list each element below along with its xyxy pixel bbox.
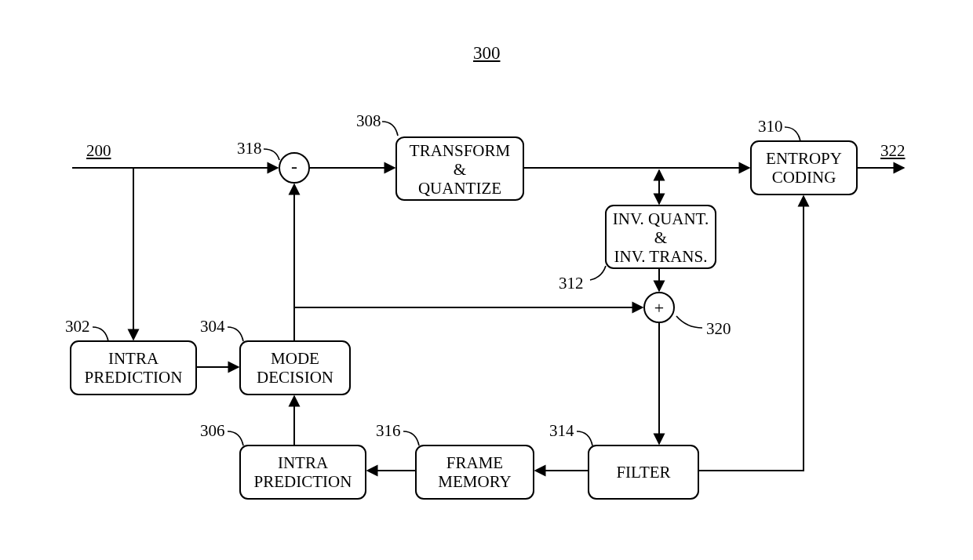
label-mode-decision: MODE DECISION [240, 349, 350, 387]
leader-318 [264, 149, 279, 160]
label-inv-quant-trans: INV. QUANT. & INV. TRANS. [606, 209, 716, 266]
leader-312 [590, 266, 606, 280]
ref-306: 306 [200, 421, 225, 441]
sign-subtract: - [282, 156, 306, 178]
leader-314 [577, 431, 592, 445]
ref-output: 322 [880, 141, 906, 161]
ref-312: 312 [559, 274, 584, 293]
leader-320 [676, 316, 702, 328]
ref-input: 200 [86, 141, 111, 161]
leader-302 [93, 327, 108, 341]
ref-316: 316 [376, 421, 401, 441]
leader-310 [785, 127, 800, 141]
figure-number: 300 [473, 43, 501, 64]
ref-318: 318 [237, 139, 262, 158]
leader-316 [403, 431, 419, 445]
label-entropy-coding: ENTROPY CODING [751, 149, 857, 187]
leader-308 [382, 122, 398, 136]
label-intra-prediction-1: INTRA PREDICTION [71, 349, 196, 387]
ref-308: 308 [356, 111, 381, 131]
sign-add: + [647, 298, 671, 318]
label-frame-memory: FRAME MEMORY [416, 453, 534, 491]
ref-314: 314 [549, 421, 574, 441]
label-transform-quantize: TRANSFORM & QUANTIZE [396, 141, 523, 198]
ref-304: 304 [200, 317, 225, 336]
leader-304 [228, 327, 243, 341]
ref-310: 310 [758, 117, 783, 136]
ref-320: 320 [706, 319, 731, 339]
label-intra-prediction-2: INTRA PREDICTION [240, 453, 366, 491]
label-filter: FILTER [589, 463, 698, 482]
ref-302: 302 [65, 317, 90, 336]
leader-306 [228, 431, 243, 445]
